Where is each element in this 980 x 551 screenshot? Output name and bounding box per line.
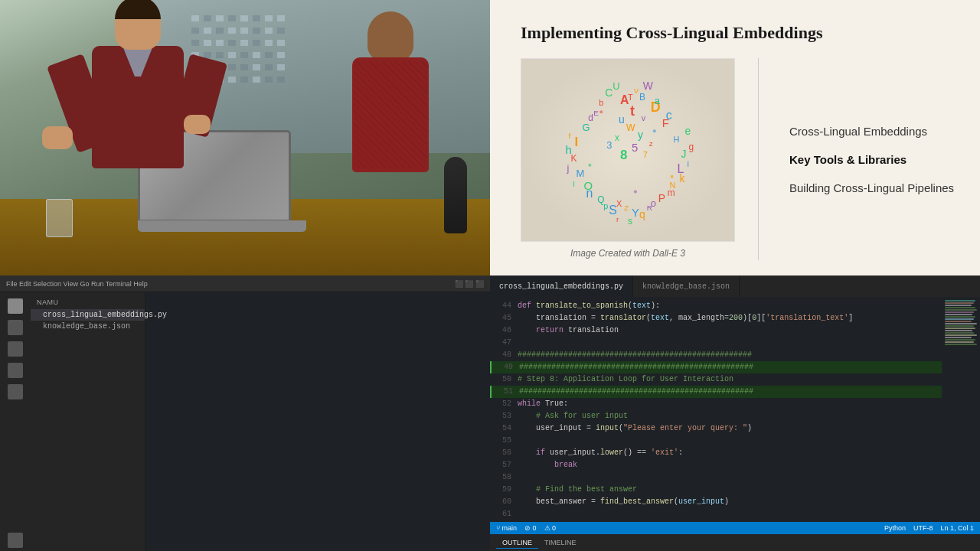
svg-text:a: a — [655, 95, 661, 106]
svg-text:q: q — [639, 208, 645, 220]
svg-text:H: H — [674, 135, 680, 144]
slide-image-section: A B C D E F G H I J K L M N O P Q — [521, 58, 735, 260]
code-panel-left: File Edit Selection View Go Run Terminal… — [0, 276, 490, 551]
code-line-52: 52 while True: — [490, 398, 942, 410]
svg-rect-0 — [521, 59, 734, 241]
svg-text:Z: Z — [624, 204, 629, 212]
status-encoding: UTF-8 — [913, 524, 933, 532]
svg-text:u: u — [619, 113, 625, 126]
code-line-59: 59 # Find the best answer — [490, 484, 942, 496]
sidebar-icon-debug[interactable] — [8, 363, 23, 378]
svg-text:W: W — [643, 80, 654, 92]
code-line-56: 56 if user_input.lower() == 'exit': — [490, 447, 942, 459]
svg-text:E: E — [593, 109, 599, 117]
svg-text:i: i — [687, 159, 688, 168]
sidebar-icon-settings[interactable] — [8, 533, 23, 548]
svg-text:m: m — [668, 187, 675, 198]
code-line-44: 44 def translate_to_spanish(text): — [490, 300, 942, 312]
photo-panel — [0, 0, 490, 276]
code-line-50: 50 # Step 8: Application Loop for User I… — [490, 373, 942, 386]
svg-text:G: G — [582, 122, 590, 133]
svg-text:g: g — [688, 142, 694, 152]
svg-text:x: x — [615, 132, 619, 143]
bottom-panel-tabs: OUTLINE TIMELINE — [490, 534, 980, 551]
svg-text:7: 7 — [643, 150, 648, 159]
svg-text:e: e — [684, 125, 691, 137]
svg-point-60 — [671, 175, 674, 178]
status-errors: ⊘ 0 — [524, 524, 537, 532]
svg-text:3: 3 — [606, 139, 612, 151]
code-toolbar-left: File Edit Selection View Go Run Terminal… — [0, 276, 490, 292]
code-line-48: 48 #####################################… — [490, 349, 942, 361]
svg-text:d: d — [588, 112, 593, 123]
status-bar: ⑂ main ⊘ 0 ⚠ 0 Python UTF-8 Ln 1, Col 1 — [490, 522, 980, 534]
status-branch: ⑂ main — [496, 524, 517, 532]
svg-text:s: s — [628, 216, 632, 227]
status-warnings: ⚠ 0 — [544, 524, 557, 532]
sidebar-icon-extensions[interactable] — [8, 384, 23, 399]
nav-item-1: Key Tools & Libraries — [789, 152, 957, 168]
svg-text:c: c — [666, 109, 672, 122]
bottom-tab-outline[interactable]: OUTLINE — [496, 537, 538, 549]
person-man — [15, 0, 260, 203]
svg-text:o: o — [651, 197, 656, 209]
svg-text:b: b — [599, 98, 603, 107]
code-line-54: 54 user_input = input("Please enter your… — [490, 422, 942, 435]
tab-1[interactable]: knowledge_base.json — [633, 276, 740, 297]
code-line-49: 49 #####################################… — [490, 361, 942, 373]
file-item-1[interactable]: knowledge_base.json — [31, 321, 145, 332]
code-line-61: 61 — [490, 508, 942, 520]
svg-point-58 — [653, 129, 656, 132]
code-line-58: 58 — [490, 471, 942, 484]
code-line-53: 53 # Ask for user input — [490, 410, 942, 422]
svg-text:v: v — [642, 113, 646, 122]
svg-text:n: n — [586, 187, 593, 200]
code-line-51: 51 #####################################… — [490, 386, 942, 398]
sidebar-icon-files[interactable] — [8, 298, 23, 314]
svg-point-59 — [588, 164, 591, 167]
svg-text:z: z — [649, 139, 653, 148]
svg-text:B: B — [639, 92, 645, 103]
explorer-title: NAMU — [31, 295, 145, 309]
sidebar-icon-search[interactable] — [8, 320, 23, 335]
code-line-57: 57 break — [490, 459, 942, 471]
svg-text:l: l — [573, 180, 575, 188]
file-item-0[interactable]: cross_lingual_embeddings.py — [31, 309, 145, 321]
status-line-col: Ln 1, Col 1 — [940, 524, 974, 532]
svg-text:M: M — [576, 168, 584, 179]
slide-panel: Implementing Cross-Lingual Embeddings A … — [490, 0, 980, 276]
code-panel-right: cross_lingual_embeddings.py knowledge_ba… — [490, 276, 980, 551]
slide-image: A B C D E F G H I J K L M N O P Q — [521, 58, 735, 242]
svg-text:Y: Y — [632, 207, 639, 219]
svg-text:T: T — [628, 93, 633, 102]
slide-content: A B C D E F G H I J K L M N O P Q — [521, 58, 957, 260]
toolbar-right: ⬛ ⬛ ⬛ — [455, 280, 484, 288]
sidebar-icon-git[interactable] — [8, 341, 23, 357]
svg-text:X: X — [616, 199, 622, 208]
tab-0[interactable]: cross_lingual_embeddings.py — [490, 276, 633, 297]
svg-text:y: y — [638, 129, 643, 141]
code-line-45: 45 translation = translator(text, max_le… — [490, 312, 942, 324]
file-explorer: NAMU cross_lingual_embeddings.py knowled… — [31, 292, 145, 551]
bottom-tab-timeline[interactable]: TIMELINE — [538, 537, 583, 548]
status-language: Python — [884, 524, 906, 532]
svg-text:C: C — [605, 87, 612, 99]
editor-tabs: cross_lingual_embeddings.py knowledge_ba… — [490, 276, 980, 297]
editor-area: 44 def translate_to_spanish(text): 45 tr… — [490, 297, 980, 522]
svg-text:I: I — [575, 135, 579, 149]
svg-text:t: t — [630, 103, 635, 119]
svg-text:P: P — [658, 192, 665, 204]
code-minimap — [942, 297, 980, 522]
person-woman — [306, 11, 475, 203]
svg-text:j: j — [567, 162, 570, 174]
divider — [758, 58, 759, 260]
svg-text:V: V — [634, 87, 639, 95]
slide-image-caption: Image Created with Dall-E 3 — [570, 248, 685, 259]
nav-item-2: Building Cross-Lingual Pipelines — [789, 180, 957, 196]
svg-text:k: k — [680, 172, 685, 184]
code-line-60: 60 best_answer = find_best_answer(user_i… — [490, 496, 942, 508]
svg-text:5: 5 — [632, 142, 638, 154]
code-content: 44 def translate_to_spanish(text): 45 tr… — [490, 297, 942, 522]
code-main-left: NAMU cross_lingual_embeddings.py knowled… — [0, 292, 490, 551]
code-line-55: 55 — [490, 435, 942, 447]
